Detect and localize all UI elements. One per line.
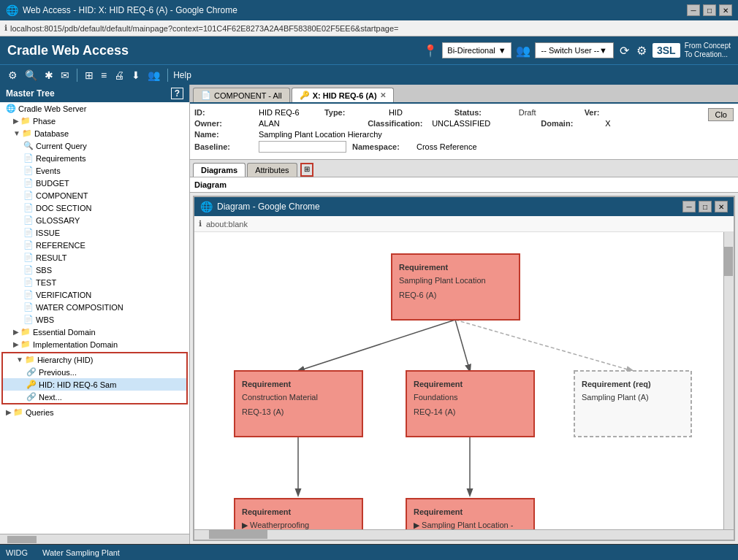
diagram-canvas[interactable]: Requirement Sampling Plant Location REQ-… <box>194 232 734 529</box>
sidebar-hscroll[interactable] <box>0 534 189 544</box>
tree-item-server[interactable]: 🌐 Cradle Web Server <box>0 102 189 115</box>
minimize-btn[interactable]: ─ <box>687 4 700 16</box>
tree-item-water-composition[interactable]: 📄 WATER COMPOSITION <box>0 301 189 313</box>
diagram-url-bar: ℹ about:blank <box>194 216 734 232</box>
tree-item-requirements[interactable]: 📄 Requirements <box>0 152 189 164</box>
help-link[interactable]: Help <box>173 70 191 80</box>
people-icon[interactable]: 👥 <box>145 68 162 83</box>
glossary-icon: 📄 <box>23 215 34 225</box>
refresh-icon[interactable]: ⟳ <box>618 42 631 59</box>
diagram-title-bar: 🌐 Diagram - Google Chrome ─ □ ✕ <box>194 197 734 216</box>
baseline-input[interactable] <box>259 141 346 153</box>
phase-toggle[interactable]: ▶ <box>13 117 19 125</box>
tab-hid-req6[interactable]: 🔑 X: HID REQ-6 (A) ✕ <box>292 88 394 102</box>
url-text[interactable]: localhost:8015/pdb/default/default/mainp… <box>10 24 398 33</box>
tree-label-hierarchy: Hierarchy (HID) <box>37 356 93 364</box>
database-toggle[interactable]: ▼ <box>13 129 20 137</box>
tree-label-events: Events <box>36 166 61 175</box>
direction-dropdown[interactable]: Bi-Directional ▼ <box>442 42 511 58</box>
form-close-button[interactable]: Clo <box>708 108 734 121</box>
tree-label-wbs: WBS <box>36 315 54 324</box>
tree-item-phase[interactable]: ▶ 📁 Phase <box>0 115 189 127</box>
hierarchy-toggle[interactable]: ▼ <box>16 356 23 364</box>
tree-item-events[interactable]: 📄 Events <box>0 164 189 177</box>
tree-item-issue[interactable]: 📄 ISSUE <box>0 226 189 239</box>
tree-item-wbs[interactable]: 📄 WBS <box>0 313 189 326</box>
settings-toolbar-icon[interactable]: ⚙ <box>6 68 20 83</box>
diagram-bottom-scroll[interactable] <box>194 529 734 540</box>
print-icon[interactable]: 🖨 <box>112 68 126 83</box>
sub-tab-diagrams[interactable]: Diagrams <box>193 163 246 177</box>
status-left: WIDG <box>6 548 28 557</box>
svg-text:REQ-13 (A): REQ-13 (A) <box>242 407 284 416</box>
tree-item-previous[interactable]: 🔗 Previous... <box>3 366 186 378</box>
tree-item-verification[interactable]: 📄 VERIFICATION <box>0 288 189 301</box>
diagram-icon-btn[interactable]: ⊞ <box>300 163 313 177</box>
queries-icon: 📁 <box>13 407 23 417</box>
window-title: Web Access - HID: X: HID REQ-6 (A) - Goo… <box>23 5 237 15</box>
classification-value: UNCLASSIFIED <box>432 119 535 128</box>
tree-item-component[interactable]: 📄 COMPONENT <box>0 189 189 202</box>
app-title: Cradle Web Access <box>7 43 423 58</box>
search-icon[interactable]: 🔍 <box>23 68 39 83</box>
tree-label-current-query: Current Query <box>36 142 87 150</box>
ver-label: Ver: <box>585 108 643 117</box>
grid-icon[interactable]: ⊞ <box>83 68 96 83</box>
essential-toggle[interactable]: ▶ <box>13 328 19 336</box>
id-label: ID: <box>194 108 253 117</box>
domain-value: X <box>605 119 708 128</box>
tree-label-component: COMPONENT <box>36 191 88 200</box>
tree-item-glossary[interactable]: 📄 GLOSSARY <box>0 214 189 226</box>
database-icon: 📁 <box>22 129 32 138</box>
list-icon[interactable]: ≡ <box>99 68 109 83</box>
tree-item-essential-domain[interactable]: ▶ 📁 Essential Domain <box>0 326 189 338</box>
tree-item-budget[interactable]: 📄 BUDGET <box>0 177 189 189</box>
queries-toggle[interactable]: ▶ <box>6 408 12 416</box>
sub-tab-attributes[interactable]: Attributes <box>247 163 297 177</box>
diagram-label: Diagram <box>194 180 227 189</box>
switch-user-button[interactable]: -- Switch User -- ▼ <box>535 42 614 58</box>
tagline: From Concept To Creation... <box>685 42 731 59</box>
tree-item-next[interactable]: 🔗 Next... <box>3 391 186 403</box>
tree-label-database: Database <box>34 129 69 138</box>
name-label: Name: <box>194 130 253 139</box>
close-btn[interactable]: ✕ <box>719 4 732 16</box>
switch-user-arrow: ▼ <box>599 46 607 55</box>
tree-label-server: Cradle Web Server <box>18 104 86 113</box>
tab-component-all[interactable]: 📄 COMPONENT - All <box>193 88 290 102</box>
download-icon[interactable]: ⬇ <box>129 68 142 83</box>
settings-icon[interactable]: ⚙ <box>635 42 648 59</box>
implementation-toggle[interactable]: ▶ <box>13 340 19 348</box>
tree-item-database[interactable]: ▼ 📁 Database <box>0 127 189 139</box>
maximize-btn[interactable]: □ <box>703 4 716 16</box>
main-layout: Master Tree ? 🌐 Cradle Web Server ▶ 📁 Ph… <box>0 85 738 544</box>
tree-item-hid-req6[interactable]: 🔑 HID: HID REQ-6 Sam <box>3 378 186 391</box>
tree-item-hierarchy[interactable]: ▼ 📁 Hierarchy (HID) <box>3 353 186 366</box>
owner-value: ALAN <box>259 119 362 128</box>
diagram-url: about:blank <box>206 220 248 229</box>
diagram-close-btn[interactable]: ✕ <box>715 201 728 212</box>
tree-item-implementation-domain[interactable]: ▶ 📁 Implementation Domain <box>0 338 189 350</box>
tree-item-reference[interactable]: 📄 REFERENCE <box>0 239 189 251</box>
classification-label: Classification: <box>368 119 426 128</box>
diagram-vertical-scrollbar[interactable] <box>723 232 734 529</box>
previous-icon: 🔗 <box>26 367 37 377</box>
diagram-maximize-btn[interactable]: □ <box>699 201 712 212</box>
tree-label-issue: ISSUE <box>36 229 60 237</box>
header-controls: 📍 Bi-Directional ▼ 👥 -- Switch User -- ▼… <box>423 42 731 59</box>
users-icon: 👥 <box>516 44 530 58</box>
status-label: Status: <box>454 108 513 117</box>
tree-item-sbs[interactable]: 📄 SBS <box>0 264 189 276</box>
email-icon[interactable]: ✉ <box>58 68 72 83</box>
tree-item-queries[interactable]: ▶ 📁 Queries <box>0 406 189 418</box>
star-icon[interactable]: ✱ <box>42 68 56 83</box>
tree-item-test[interactable]: 📄 TEST <box>0 276 189 288</box>
tree-item-current-query[interactable]: 🔍 Current Query <box>0 139 189 152</box>
sidebar-help-icon[interactable]: ? <box>171 88 183 99</box>
diagram-minimize-btn[interactable]: ─ <box>682 201 696 212</box>
tree-item-doc-section[interactable]: 📄 DOC SECTION <box>0 202 189 214</box>
svg-line-0 <box>298 320 455 371</box>
tree-item-result[interactable]: 📄 RESULT <box>0 251 189 264</box>
sbs-icon: 📄 <box>23 265 34 275</box>
tab-hid-close[interactable]: ✕ <box>380 91 386 99</box>
